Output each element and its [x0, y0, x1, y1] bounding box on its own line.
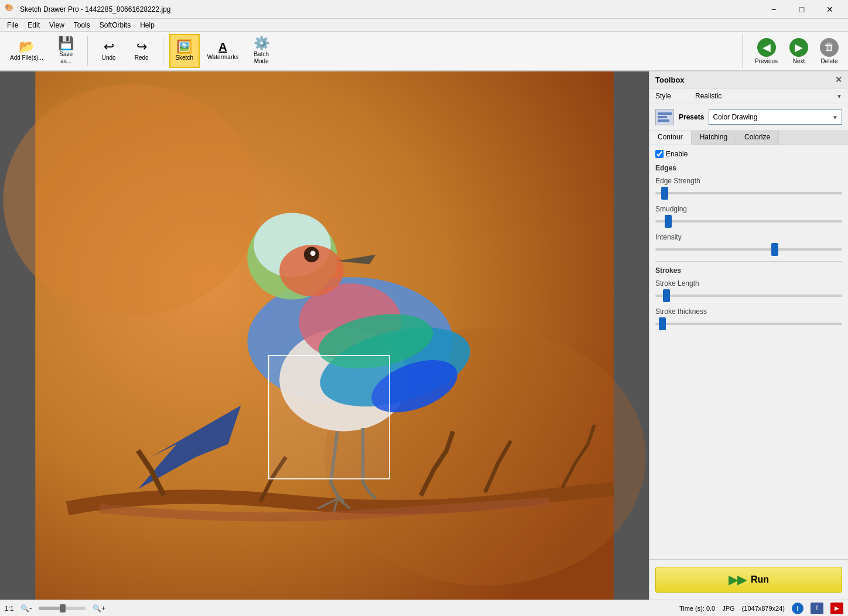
svg-rect-16	[658, 116, 667, 118]
style-row: Style Realistic ▼	[649, 88, 848, 104]
batch-label: BatchMode	[254, 51, 269, 65]
run-btn-area: ▶▶ Run	[649, 559, 848, 600]
save-icon: 💾	[58, 37, 74, 50]
undo-button[interactable]: ↩ Undo	[94, 34, 124, 68]
toolbox-content: Enable Edges Edge Strength Smudging	[649, 145, 848, 559]
smudging-thumb[interactable]	[665, 215, 672, 228]
watermarks-label: Watermarks	[207, 54, 239, 61]
preset-selected-value: Color Drawing	[713, 113, 757, 121]
smudging-rail	[655, 220, 842, 223]
info-button[interactable]: i	[792, 603, 803, 614]
enable-label: Enable	[666, 150, 688, 158]
app-icon: 🎨	[5, 4, 16, 15]
bird-image	[0, 71, 649, 600]
delete-icon: 🗑	[820, 38, 839, 57]
toolbar-sep-1	[87, 36, 88, 66]
svg-point-13	[310, 251, 316, 256]
tab-contour[interactable]: Contour	[649, 131, 692, 145]
svg-rect-15	[658, 112, 672, 115]
add-files-button[interactable]: 📂 Add File(s)...	[5, 34, 49, 68]
stroke-length-slider[interactable]	[655, 290, 842, 302]
sketch-button[interactable]: 🖼️ Sketch	[169, 34, 200, 68]
stroke-length-rail	[655, 295, 842, 297]
style-value-container[interactable]: Realistic ▼	[695, 92, 842, 100]
maximize-button[interactable]: □	[788, 0, 815, 19]
sketch-icon: 🖼️	[176, 40, 192, 53]
titlebar: 🎨 Sketch Drawer Pro - 1442285_8066162822…	[0, 0, 848, 19]
youtube-button[interactable]: ▶	[830, 603, 843, 614]
intensity-thumb[interactable]	[771, 243, 778, 256]
save-as-button[interactable]: 💾 Saveas...	[51, 34, 81, 68]
save-label: Saveas...	[59, 51, 73, 65]
style-dropdown-arrow: ▼	[836, 93, 842, 100]
undo-label: Undo	[102, 54, 116, 61]
facebook-button[interactable]: f	[811, 603, 823, 614]
watermarks-button[interactable]: A Watermarks	[202, 34, 244, 68]
run-label: Run	[751, 574, 769, 585]
run-icon: ▶▶	[729, 573, 746, 587]
enable-checkbox[interactable]	[655, 150, 664, 158]
menu-edit[interactable]: Edit	[23, 20, 45, 30]
menu-view[interactable]: View	[45, 20, 69, 30]
canvas-area	[0, 71, 649, 600]
delete-button[interactable]: 🗑 Delete	[815, 36, 843, 67]
menu-tools[interactable]: Tools	[69, 20, 95, 30]
previous-label: Previous	[755, 58, 778, 64]
add-files-icon: 📂	[19, 40, 35, 53]
next-button[interactable]: ▶ Next	[785, 36, 813, 67]
next-icon: ▶	[789, 38, 808, 57]
previous-button[interactable]: ◀ Previous	[750, 36, 782, 67]
smudging-slider-group: Smudging	[655, 205, 842, 227]
stroke-thickness-slider-group: Stroke thickness	[655, 307, 842, 330]
tabs: Contour Hatching Colorize	[649, 131, 848, 145]
batch-icon: ⚙️	[254, 37, 269, 50]
presets-icon	[655, 109, 674, 125]
stroke-thickness-thumb[interactable]	[659, 317, 666, 330]
redo-button[interactable]: ↪ Redo	[126, 34, 157, 68]
add-files-label: Add File(s)...	[10, 54, 43, 61]
window-title: Sketch Drawer Pro - 1442285_80661628222.…	[20, 5, 760, 13]
zoom-thumb[interactable]	[60, 604, 66, 612]
tab-hatching[interactable]: Hatching	[692, 131, 736, 145]
zoom-out-icon[interactable]: 🔍-	[20, 604, 32, 612]
zoom-in-icon[interactable]: 🔍+	[93, 604, 105, 612]
toolbox-close-button[interactable]: ✕	[835, 75, 842, 84]
stroke-length-thumb[interactable]	[663, 289, 670, 302]
edge-strength-thumb[interactable]	[661, 187, 668, 200]
format-label: JPG	[722, 605, 734, 612]
next-label: Next	[793, 58, 805, 64]
menu-softorbits[interactable]: SoftOrbits	[95, 20, 135, 30]
batch-mode-button[interactable]: ⚙️ BatchMode	[246, 34, 276, 68]
toolbox-panel: Toolbox ✕ Style Realistic ▼ Presets Colo	[649, 71, 848, 600]
intensity-slider[interactable]	[655, 244, 842, 255]
intensity-slider-group: Intensity	[655, 233, 842, 255]
tab-colorize[interactable]: Colorize	[736, 131, 779, 145]
statusbar: 1:1 🔍- 🔍+ Time (s): 0.0 JPG (1047x879x24…	[0, 600, 848, 616]
zoom-indicator: 1:1	[5, 605, 13, 612]
toolbox-title: Toolbox	[655, 76, 685, 84]
strokes-section-title: Strokes	[655, 266, 842, 275]
redo-label: Redo	[135, 54, 149, 61]
close-button[interactable]: ✕	[816, 0, 843, 19]
previous-icon: ◀	[757, 38, 776, 57]
edge-strength-slider[interactable]	[655, 187, 842, 199]
dimensions-label: (1047x879x24)	[742, 605, 785, 612]
stroke-thickness-label: Stroke thickness	[655, 307, 842, 316]
edges-section-title: Edges	[655, 164, 842, 172]
zoom-slider[interactable]	[39, 607, 86, 610]
intensity-rail	[655, 248, 842, 251]
smudging-slider[interactable]	[655, 215, 842, 227]
presets-dropdown[interactable]: Color Drawing ▼	[709, 109, 842, 125]
menu-help[interactable]: Help	[135, 20, 159, 30]
zoom-value: 1:1	[5, 605, 13, 612]
stroke-thickness-slider[interactable]	[655, 318, 842, 330]
svg-point-1	[3, 84, 260, 316]
delete-label: Delete	[821, 58, 838, 64]
presets-row: Presets Color Drawing ▼	[649, 104, 848, 131]
run-button[interactable]: ▶▶ Run	[655, 567, 842, 593]
intensity-label: Intensity	[655, 233, 842, 241]
minimize-button[interactable]: −	[760, 0, 787, 19]
menu-file[interactable]: File	[2, 20, 23, 30]
enable-row: Enable	[655, 150, 842, 158]
watermarks-icon: A	[218, 41, 227, 53]
